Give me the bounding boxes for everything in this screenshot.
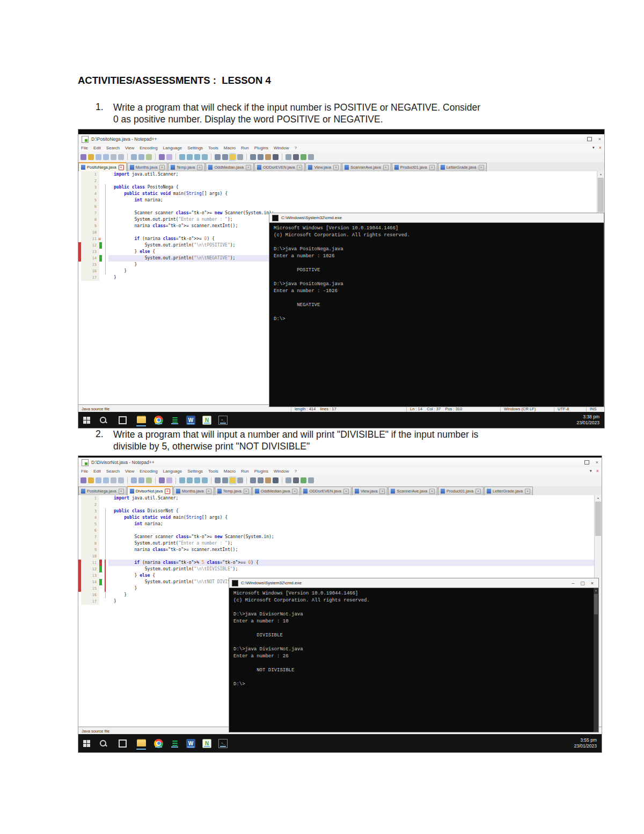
tab-product01-java[interactable]: Product01.java× [438, 487, 484, 495]
menu-tools[interactable]: Tools [206, 469, 221, 474]
tab-lettergrade-java[interactable]: LetterGrade.java× [484, 487, 533, 495]
tab-positonega-java[interactable]: PositoNega.java× [78, 487, 127, 495]
paste-icon[interactable] [146, 477, 152, 483]
menu-search[interactable]: Search [104, 146, 122, 150]
close-tab-icon[interactable]: × [525, 489, 530, 494]
close-tab-icon[interactable]: × [379, 489, 385, 494]
view-document-map-icon[interactable] [215, 477, 221, 483]
save-icon[interactable] [96, 477, 101, 483]
close-tab-icon[interactable]: × [206, 489, 211, 494]
search-icon[interactable] [98, 736, 109, 750]
close-tab-icon[interactable]: × [429, 165, 435, 170]
cmd-icon[interactable]: >_ [218, 416, 228, 425]
menu-plugins[interactable]: Plugins [252, 469, 271, 474]
zoom-out-icon[interactable] [202, 477, 208, 483]
scroll-up-icon[interactable]: ▲ [594, 588, 598, 593]
notepad-plus-plus-icon[interactable]: N [202, 416, 211, 425]
close-tab-icon[interactable]: × [343, 489, 349, 494]
close-icon[interactable]: × [599, 145, 602, 150]
chrome-icon[interactable] [154, 739, 163, 748]
tab-view-java[interactable]: View.java× [305, 163, 341, 171]
close-tab-icon[interactable]: × [119, 489, 124, 494]
close-tab-icon[interactable]: × [479, 165, 484, 170]
zoom-out-icon[interactable] [202, 154, 208, 160]
undo-icon[interactable] [159, 154, 165, 160]
folder-as-workspace-icon[interactable] [265, 477, 271, 483]
indent-guide-icon[interactable] [237, 477, 243, 483]
monitoring-icon[interactable] [273, 477, 279, 483]
menu-edit[interactable]: Edit [91, 469, 104, 474]
spotify-icon[interactable] [170, 416, 179, 425]
function-list-icon[interactable] [258, 154, 264, 160]
stop-macro-icon[interactable] [293, 154, 299, 160]
monitoring-icon[interactable] [273, 154, 279, 160]
word-wrap-icon[interactable] [250, 154, 256, 160]
close-icon[interactable] [111, 477, 116, 483]
tab-scannerave-java[interactable]: ScannerAve.java× [342, 163, 391, 171]
file-explorer-icon[interactable] [135, 736, 147, 750]
redo-icon[interactable] [166, 154, 172, 160]
save-all-icon[interactable] [103, 477, 109, 483]
word-icon[interactable]: W [186, 416, 195, 425]
menu-view[interactable]: View [122, 469, 137, 474]
close-tab-icon[interactable]: × [119, 165, 124, 170]
menu-run[interactable]: Run [238, 146, 252, 150]
chevron-down-icon[interactable]: ▼ [592, 146, 595, 149]
record-macro-icon[interactable] [286, 477, 291, 483]
menu-window[interactable]: Window [271, 146, 291, 150]
menu-encoding[interactable]: Encoding [137, 469, 160, 474]
tab-scannerave-java[interactable]: ScannerAve.java× [388, 487, 437, 495]
menu-macro[interactable]: Macro [221, 146, 238, 150]
close-tab-icon[interactable]: × [297, 165, 302, 170]
new-file-icon[interactable] [80, 477, 86, 483]
chrome-icon[interactable] [154, 416, 163, 425]
play-macro-icon[interactable] [301, 477, 306, 483]
play-macro-icon[interactable] [301, 154, 306, 160]
record-macro-icon[interactable] [286, 154, 291, 160]
find-icon[interactable] [179, 477, 185, 483]
console-body[interactable]: Microsoft Windows [Version 10.0.19044.14… [269, 223, 604, 407]
open-folder-icon[interactable] [88, 477, 94, 483]
console-body[interactable]: Microsoft Windows [Version 10.0.19044.14… [229, 588, 598, 732]
menu-language[interactable]: Language [160, 469, 185, 474]
close-tab-icon[interactable]: × [165, 489, 170, 494]
scrollbar-thumb[interactable] [598, 178, 604, 212]
open-folder-icon[interactable] [88, 154, 94, 160]
tab-months-java[interactable]: Months.java× [127, 163, 167, 171]
copy-icon[interactable] [138, 154, 144, 160]
save-macro-icon[interactable] [308, 154, 314, 160]
close-tab-icon[interactable]: × [244, 489, 249, 494]
new-file-icon[interactable] [80, 154, 86, 160]
task-view-icon[interactable] [116, 413, 128, 427]
cut-icon[interactable] [131, 477, 137, 483]
view-document-map-icon[interactable] [215, 154, 221, 160]
document-switcher-icon[interactable] [222, 154, 228, 160]
close-icon[interactable]: × [591, 581, 594, 586]
menu-view[interactable]: View [122, 146, 137, 150]
show-all-characters-icon[interactable] [230, 477, 236, 483]
menu-help[interactable]: ? [291, 146, 299, 150]
cut-icon[interactable] [131, 154, 137, 160]
tab-product01-java[interactable]: Product01.java× [392, 163, 437, 171]
close-window-icon[interactable]: × [598, 137, 601, 142]
menu-help[interactable]: ? [291, 469, 299, 474]
minimize-icon[interactable]: – [572, 581, 574, 586]
menu-settings[interactable]: Settings [185, 146, 206, 150]
folder-as-workspace-icon[interactable] [265, 154, 271, 160]
paste-icon[interactable] [146, 154, 152, 160]
close-tab-icon[interactable]: × [475, 489, 481, 494]
close-window-icon[interactable]: × [596, 460, 598, 465]
scrollbar-thumb[interactable] [594, 594, 598, 614]
zoom-in-icon[interactable] [194, 154, 200, 160]
close-tab-icon[interactable]: × [197, 165, 202, 170]
scroll-up-icon[interactable]: ▲ [597, 171, 604, 177]
notepad-plus-plus-icon[interactable]: N [202, 739, 211, 748]
scrollbar-thumb[interactable] [595, 502, 601, 536]
function-list-icon[interactable] [258, 477, 264, 483]
menu-search[interactable]: Search [104, 469, 122, 474]
close-tab-icon[interactable]: × [333, 165, 339, 170]
tab-oddoreven-java[interactable]: ODDorEVEN.java× [301, 487, 352, 495]
indent-guide-icon[interactable] [237, 154, 243, 160]
word-wrap-icon[interactable] [250, 477, 256, 483]
chevron-down-icon[interactable]: ▼ [589, 469, 592, 473]
